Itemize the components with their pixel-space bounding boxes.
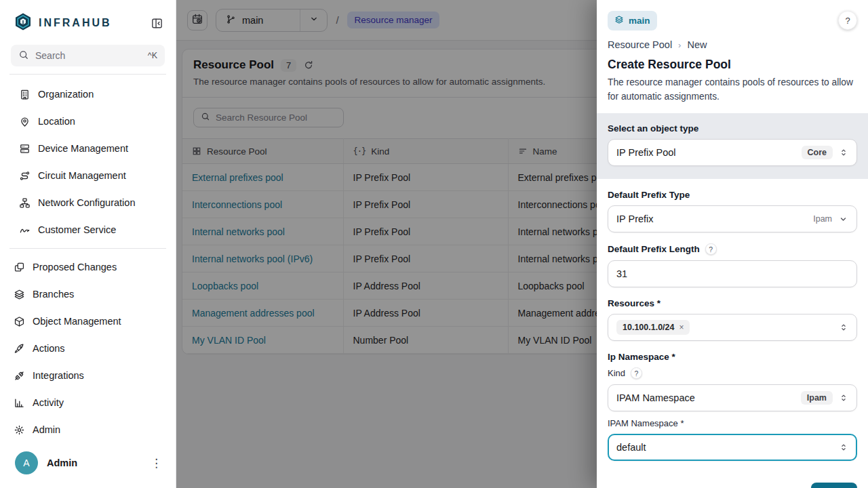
infrahub-logo-icon [14,12,33,34]
resources-field: Resources * 10.100.1.0/24 × [608,298,857,341]
sidebar-item-actions[interactable]: Actions [0,335,176,362]
ipam-namespace-select[interactable]: default [608,434,857,461]
building-icon [19,89,31,100]
drawer-header: main ? Resource Pool › New Create Resour… [597,0,868,113]
sidebar-item-label: Activity [33,397,64,408]
copy-icon [14,262,25,273]
default-prefix-type-suffix: Ipam [813,214,832,224]
drawer-breadcrumb-current: New [687,39,707,50]
user-name: Admin [47,458,77,468]
sidebar-item-integrations[interactable]: Integrations [0,362,176,389]
object-type-value: IP Prefix Pool [616,147,802,158]
layers-icon [14,289,25,300]
default-prefix-type-select[interactable]: IP Prefix Ipam [608,205,857,232]
object-type-select[interactable]: IP Prefix Pool Core [608,139,857,166]
create-resource-pool-drawer: main ? Resource Pool › New Create Resour… [597,0,868,488]
kind-value: IPAM Namespace [616,392,801,403]
sidebar-item-device-management[interactable]: Device Management [0,135,176,162]
sidebar-item-label: Network Configuration [38,197,135,208]
save-button[interactable]: Save [811,483,857,488]
search-icon [18,49,29,62]
chevron-right-icon: › [678,40,681,50]
sidebar-item-label: Device Management [38,143,128,154]
resource-chip-value: 10.100.1.0/24 [623,323,674,332]
plug-icon [14,370,25,382]
resources-multiselect[interactable]: 10.100.1.0/24 × [608,314,857,341]
hierarchy-icon [19,197,31,209]
sidebar-item-network-configuration[interactable]: Network Configuration [0,189,176,216]
sidebar-collapse-icon[interactable] [151,17,163,30]
ipam-namespace-label: IPAM Namespace * [608,418,857,428]
drawer-description: The resource manager contains pools of r… [608,76,857,104]
chevrons-up-down-icon [839,323,848,332]
sidebar-item-admin[interactable]: Admin [0,416,176,443]
sidebar-item-object-management[interactable]: Object Management [0,308,176,335]
drawer-branch-badge[interactable]: main [608,11,657,30]
search-input[interactable]: Search ^K [11,45,165,66]
kind-select[interactable]: IPAM Namespace Ipam [608,384,857,411]
sidebar-group-secondary: Proposed ChangesBranchesObject Managemen… [0,253,176,443]
chevrons-up-down-icon [839,443,848,452]
sidebar-item-location[interactable]: Location [0,108,176,135]
sidebar-item-label: Organization [38,89,94,100]
sidebar-item-label: Integrations [33,370,84,381]
ipam-namespace-value: default [616,442,833,453]
gear-icon [14,424,25,436]
drawer-footer: Save [597,483,868,488]
default-prefix-length-input[interactable]: 31 [608,260,857,287]
avatar: A [15,451,38,474]
sidebar-header: INFRAHUB [0,0,176,42]
server-icon [19,143,31,155]
sidebar-item-label: Circuit Management [38,170,126,181]
sidebar-item-organization[interactable]: Organization [0,81,176,108]
chevron-down-icon [838,214,848,224]
default-prefix-type-value: IP Prefix [616,214,813,224]
drawer-branch-name: main [629,16,650,26]
search-shortcut: ^K [148,51,157,60]
resources-label: Resources * [608,298,857,308]
sidebar-group-divider [9,248,166,249]
sidebar-item-activity[interactable]: Activity [0,389,176,416]
chart-icon [14,397,25,409]
chevrons-up-down-icon [839,393,848,403]
user-menu-kebab-icon[interactable]: ⋮ [151,458,162,469]
drawer-form: Default Prefix Type IP Prefix Ipam Defau… [597,179,868,483]
rocket-icon [14,343,25,354]
default-prefix-length-label: Default Prefix Length [608,244,700,254]
sidebar-item-proposed-changes[interactable]: Proposed Changes [0,253,176,281]
sidebar-nav: OrganizationLocationDevice ManagementCir… [0,75,176,443]
drawer-breadcrumb: Resource Pool › New [608,39,857,50]
layers-icon [614,15,624,26]
user-row: A Admin ⋮ [0,443,176,488]
default-prefix-type-label: Default Prefix Type [608,190,857,200]
help-icon[interactable]: ? [705,243,717,255]
chevrons-up-down-icon [839,148,848,157]
sidebar-item-label: Object Management [33,316,121,327]
sidebar-item-label: Branches [33,289,74,300]
search-placeholder: Search [35,50,65,61]
sidebar-item-branches[interactable]: Branches [0,281,176,308]
sidebar-item-label: Location [38,116,75,127]
logo: INFRAHUB [14,12,112,34]
kind-badge: Ipam [801,391,833,405]
sidebar-item-label: Customer Service [38,224,116,235]
sidebar: INFRAHUB Search ^K OrganizationLocationD… [0,0,176,488]
kind-label: Kind [608,368,625,378]
sidebar-item-circuit-management[interactable]: Circuit Management [0,162,176,189]
remove-chip-icon[interactable]: × [679,323,684,332]
help-button[interactable]: ? [838,11,857,30]
ip-namespace-field: Ip Namespace * Kind ? IPAM Namespace Ipa… [608,352,857,461]
logo-text: INFRAHUB [39,17,112,29]
object-type-section: Select an object type IP Prefix Pool Cor… [597,113,868,179]
sidebar-item-customer-service[interactable]: Customer Service [0,216,176,243]
route-icon [19,170,31,182]
drawer-title: Create Resource Pool [608,58,857,72]
box-icon [14,316,25,327]
drawer-breadcrumb-root[interactable]: Resource Pool [608,39,672,50]
sidebar-item-label: Actions [33,343,65,354]
default-prefix-length-field: Default Prefix Length ? 31 [608,243,857,287]
help-icon[interactable]: ? [631,367,642,379]
map-pin-icon [19,116,31,127]
ip-namespace-label: Ip Namespace * [608,352,857,362]
sidebar-item-label: Admin [33,424,60,435]
